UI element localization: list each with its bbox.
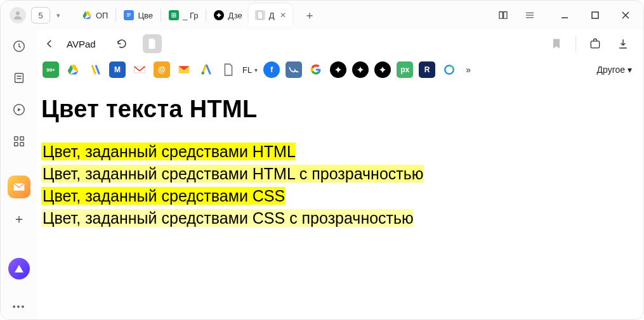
extensions-icon[interactable] xyxy=(586,35,604,53)
bookmark-facebook-icon[interactable]: f xyxy=(263,61,280,78)
menu-icon[interactable] xyxy=(519,4,541,26)
page-icon xyxy=(255,10,265,20)
tabstrip: ОП Цве _ Гр Дзе Д ✕ xyxy=(76,1,320,30)
bookmark-gmail-icon[interactable] xyxy=(131,61,148,78)
sample-row: Цвет, заданный средствами HTML с прозрач… xyxy=(41,165,424,182)
tab-counter-group: 5 ▾ xyxy=(31,7,65,23)
tab-zen[interactable]: Дзе xyxy=(207,4,248,27)
tab-label: Д xyxy=(269,11,275,20)
svg-rect-6 xyxy=(127,16,129,16)
svg-rect-24 xyxy=(15,143,18,146)
tab-counter-dropdown[interactable]: ▾ xyxy=(51,7,65,23)
bookmark-zen1-icon[interactable] xyxy=(330,61,346,78)
main: AVPad xyxy=(37,30,643,320)
svg-rect-5 xyxy=(127,15,131,15)
titlebar: 5 ▾ ОП Цве _ Гр Дзе xyxy=(1,1,643,30)
bookmark-r-icon[interactable]: R xyxy=(419,61,435,78)
downloads-icon[interactable] xyxy=(614,35,632,53)
alice-icon[interactable] xyxy=(8,258,30,279)
bookmark-drive-icon[interactable] xyxy=(65,61,81,78)
media-icon[interactable] xyxy=(8,98,30,121)
mail-icon[interactable] xyxy=(8,176,30,198)
bookmarks-other-label: Другое xyxy=(597,65,625,75)
bookshelf-icon[interactable] xyxy=(492,4,514,26)
bookmark-fl-label: FL xyxy=(242,65,252,75)
apps-grid-icon[interactable] xyxy=(8,130,30,153)
tab-counter[interactable]: 5 xyxy=(31,7,50,23)
page-content: Цвет текста HTML Цвет, заданный средства… xyxy=(37,82,643,320)
sheets-icon xyxy=(169,10,179,20)
svg-rect-23 xyxy=(20,137,24,141)
bookmark-pexels-icon[interactable]: px xyxy=(397,61,413,78)
notes-icon[interactable] xyxy=(8,67,30,89)
history-icon[interactable] xyxy=(8,35,30,58)
profile-avatar[interactable] xyxy=(10,7,26,23)
svg-rect-26 xyxy=(591,41,599,48)
bookmarks-other-folder[interactable]: Другое ▾ xyxy=(597,65,632,75)
bookmark-google-icon[interactable] xyxy=(308,61,324,78)
sample-row: Цвет, заданный средствами HTML xyxy=(41,143,296,160)
chevron-down-icon: ▾ xyxy=(628,65,632,75)
minimize-button[interactable] xyxy=(551,2,579,29)
chevron-down-icon: ▾ xyxy=(254,67,258,74)
bookmark-badge-99[interactable]: 99+ xyxy=(43,61,59,78)
sidebar: ＋ ••• xyxy=(1,30,37,320)
page-heading: Цвет текста HTML xyxy=(41,96,640,123)
close-window-button[interactable] xyxy=(612,2,640,29)
tab-label: _ Гр xyxy=(183,11,198,20)
window-controls xyxy=(551,2,640,29)
tab-label: Цве xyxy=(138,11,153,20)
bookmarks-overflow[interactable]: » xyxy=(466,65,471,75)
svg-point-32 xyxy=(202,72,205,75)
address-bar: AVPad xyxy=(37,30,643,58)
bookmark-zen3-icon[interactable] xyxy=(374,61,391,78)
new-tab-button[interactable]: ＋ xyxy=(299,4,320,26)
sample-row: Цвет, заданный средствами CSS с прозрачн… xyxy=(41,209,414,227)
tab-label: ОП xyxy=(96,11,108,20)
tab-close-button[interactable]: ✕ xyxy=(280,11,286,20)
bookmark-vk-icon[interactable] xyxy=(286,61,302,78)
bookmark-adsense-icon[interactable] xyxy=(87,61,103,78)
file-page-icon[interactable] xyxy=(143,34,162,53)
back-button[interactable] xyxy=(40,34,59,53)
bookmarks-bar: 99+ М @ FL ▾ xyxy=(37,58,643,82)
bookmark-mailru-icon[interactable]: М xyxy=(109,61,126,78)
bookmark-edge-icon[interactable] xyxy=(441,61,457,78)
svg-point-0 xyxy=(16,11,20,15)
svg-rect-25 xyxy=(20,143,24,146)
svg-text:99+: 99+ xyxy=(46,67,55,73)
sidebar-more-icon[interactable]: ••• xyxy=(13,302,26,312)
bookmark-gads-icon[interactable] xyxy=(198,61,214,78)
maximize-button[interactable] xyxy=(581,2,609,29)
bookmark-icon[interactable] xyxy=(548,35,565,53)
svg-rect-18 xyxy=(15,74,23,83)
tab-drive[interactable]: ОП xyxy=(76,4,114,27)
bookmark-fl[interactable]: FL ▾ xyxy=(242,65,258,75)
bookmark-doc-icon[interactable] xyxy=(220,61,237,78)
tab-active[interactable]: Д ✕ xyxy=(249,4,292,27)
bookmark-ymail-at-icon[interactable]: @ xyxy=(154,61,170,78)
tab-docs[interactable]: Цве xyxy=(117,4,159,27)
add-panel-button[interactable]: ＋ xyxy=(8,207,30,230)
bookmark-zen2-icon[interactable] xyxy=(352,61,369,78)
address-title[interactable]: AVPad xyxy=(67,39,96,49)
sample-row: Цвет, заданный средствами CSS xyxy=(41,187,285,205)
tab-label: Дзе xyxy=(228,11,242,20)
drive-icon xyxy=(82,10,92,20)
svg-rect-22 xyxy=(15,137,18,141)
svg-rect-4 xyxy=(127,13,131,14)
bookmark-ymail-icon[interactable] xyxy=(176,61,192,78)
docs-icon xyxy=(124,10,134,20)
svg-rect-14 xyxy=(592,12,598,18)
zen-icon xyxy=(214,10,224,20)
reload-button[interactable] xyxy=(112,34,131,53)
tab-sheets[interactable]: _ Гр xyxy=(162,4,204,27)
